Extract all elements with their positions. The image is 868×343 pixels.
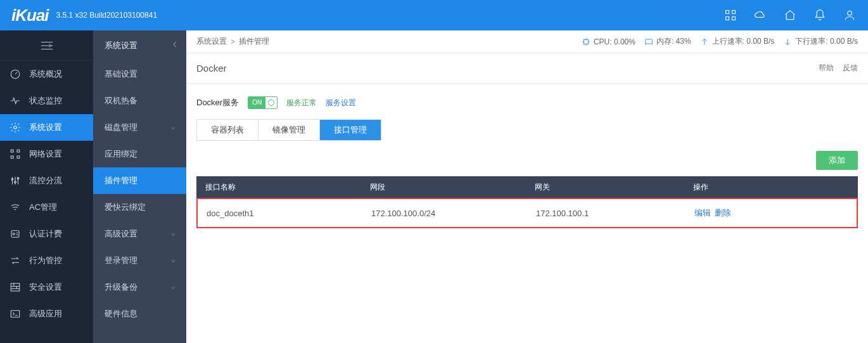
gear-icon [9, 121, 22, 134]
user-icon[interactable] [843, 8, 857, 22]
service-toggle[interactable]: ON [248, 96, 278, 109]
version-text: 3.5.1 x32 Build202103100841 [56, 11, 157, 20]
svg-point-4 [848, 11, 852, 15]
svg-rect-10 [11, 150, 13, 152]
sidebar-item-label: AC管理 [29, 202, 57, 213]
col-gateway: 网关 [526, 182, 684, 193]
chevron-down-icon [170, 124, 177, 131]
service-label: Docker服务 [196, 97, 239, 108]
bell-icon[interactable] [813, 8, 827, 22]
sidebar-item-flow[interactable]: 流控分流 [0, 167, 93, 194]
svg-rect-0 [726, 11, 729, 14]
svg-rect-13 [17, 156, 20, 159]
mem-stat: 内存: 43% [644, 36, 691, 47]
service-settings-link[interactable]: 服务设置 [326, 98, 356, 108]
feedback-link[interactable]: 反馈 [843, 63, 858, 74]
subnav-item[interactable]: 升级备份 [93, 274, 186, 301]
brand-logo: iKuai [11, 6, 49, 25]
pulse-icon [9, 94, 22, 107]
cell-name: doc_doceth1 [198, 209, 362, 218]
edit-link[interactable]: 编辑 [694, 208, 711, 217]
svg-rect-1 [732, 11, 736, 14]
wifi-icon [9, 201, 22, 214]
cell-subnet: 172.100.100.0/24 [362, 209, 527, 218]
caret-left-icon[interactable] [171, 41, 180, 49]
service-status: 服务正常 [286, 98, 317, 108]
sidebar-item-label: 高级应用 [29, 308, 62, 320]
sidebar-item-advanced[interactable]: 高级应用 [0, 301, 93, 327]
sidebar-item-system[interactable]: 系统设置 [0, 114, 93, 141]
sidebar-toggle[interactable] [0, 30, 93, 61]
toggle-off-side [265, 97, 277, 108]
subnav-title: 系统设置 [93, 30, 186, 61]
svg-point-21 [13, 233, 15, 235]
subnav-item[interactable]: 硬件信息 [93, 301, 186, 327]
svg-rect-3 [732, 17, 736, 20]
terminal-icon [9, 307, 22, 320]
firewall-icon [9, 281, 22, 294]
tab-images[interactable]: 镜像管理 [258, 120, 320, 140]
subnav-item[interactable]: 登录管理 [93, 247, 186, 274]
sidebar-item-label: 系统设置 [29, 122, 62, 133]
tab-containers[interactable]: 容器列表 [197, 120, 258, 140]
sidebar-item-security[interactable]: 安全设置 [0, 274, 93, 301]
svg-rect-2 [726, 17, 729, 20]
downlink-stat: 下行速率: 0.00 B/s [783, 36, 858, 47]
sidebar-item-network[interactable]: 网络设置 [0, 141, 93, 167]
svg-rect-11 [17, 150, 20, 152]
delete-link[interactable]: 删除 [715, 208, 731, 217]
toggle-on-label: ON [248, 97, 265, 108]
subnav-item[interactable]: 爱快云绑定 [93, 194, 186, 221]
help-link[interactable]: 帮助 [819, 63, 834, 74]
sidebar-item-auth[interactable]: 认证计费 [0, 221, 93, 247]
top-bar: iKuai 3.5.1 x32 Build202103100841 [0, 0, 868, 30]
tab-bar: 容器列表 镜像管理 接口管理 [196, 119, 381, 141]
apps-icon[interactable] [724, 8, 737, 22]
col-subnet: 网段 [361, 182, 526, 193]
home-icon[interactable] [783, 8, 797, 22]
sidebar-item-label: 系统概况 [29, 68, 62, 80]
cpu-stat: CPU: 0.00% [582, 37, 635, 46]
sidebar-item-label: 认证计费 [29, 228, 62, 240]
add-button[interactable]: 添加 [816, 151, 858, 170]
breadcrumb-item[interactable]: 系统设置 [196, 36, 227, 47]
sidebar-item-monitor[interactable]: 状态监控 [0, 87, 93, 114]
subnav-item[interactable]: 双机热备 [93, 87, 186, 114]
sidebar-item-ac[interactable]: AC管理 [0, 194, 93, 221]
badge-icon [9, 228, 22, 240]
breadcrumb-bar: 系统设置 > 插件管理 CPU: 0.00% 内存: 43% 上行速率: 0.0… [186, 30, 868, 53]
gauge-icon [9, 68, 22, 81]
tab-interfaces[interactable]: 接口管理 [320, 120, 381, 140]
subnav-item[interactable]: 高级设置 [93, 221, 186, 247]
secondary-sidebar: 系统设置 基础设置双机热备磁盘管理应用绑定插件管理爱快云绑定高级设置登录管理升级… [93, 30, 186, 343]
subnav-item[interactable]: 插件管理 [93, 167, 186, 194]
sidebar-item-behavior[interactable]: 行为管控 [0, 247, 93, 274]
subnav-item[interactable]: 基础设置 [93, 61, 186, 87]
subnav-item[interactable]: 应用绑定 [93, 141, 186, 167]
page-title-bar: Docker 帮助 反馈 [186, 53, 868, 84]
chevron-down-icon [170, 257, 177, 264]
sidebar-item-overview[interactable]: 系统概况 [0, 61, 93, 87]
svg-rect-24 [11, 283, 20, 291]
svg-rect-29 [11, 311, 20, 318]
sliders-icon [9, 174, 22, 187]
page-title: Docker [196, 63, 227, 74]
sidebar-item-label: 网络设置 [29, 148, 62, 160]
service-row: Docker服务 ON 服务正常 服务设置 [196, 96, 858, 109]
top-right-icons [724, 8, 857, 22]
content-area: 系统设置 > 插件管理 CPU: 0.00% 内存: 43% 上行速率: 0.0… [186, 30, 868, 343]
subnav-item[interactable]: 磁盘管理 [93, 114, 186, 141]
sidebar-item-label: 安全设置 [29, 282, 62, 293]
svg-rect-31 [584, 39, 588, 44]
sidebar-item-label: 状态监控 [29, 95, 62, 107]
breadcrumb-item[interactable]: 插件管理 [239, 36, 269, 47]
table-row: doc_doceth1172.100.100.0/24172.100.100.1… [198, 199, 857, 227]
cloud-icon[interactable] [753, 8, 767, 22]
network-icon [9, 148, 22, 160]
col-op: 操作 [684, 182, 858, 193]
cell-op: 编辑删除 [686, 207, 857, 219]
status-bar: CPU: 0.00% 内存: 43% 上行速率: 0.00 B/s 下行速率: … [582, 36, 858, 47]
sidebar-item-label: 行为管控 [29, 255, 62, 266]
svg-rect-36 [646, 39, 653, 43]
uplink-stat: 上行速率: 0.00 B/s [700, 36, 775, 47]
